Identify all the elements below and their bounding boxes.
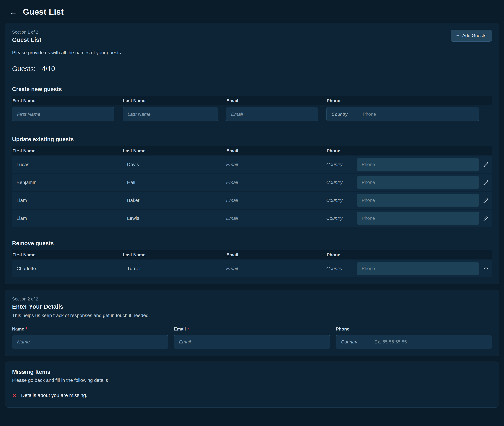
- email-field: Email *: [174, 327, 330, 349]
- guest-phone-field: Country: [326, 174, 480, 191]
- guest-row-removed: Charlotte Turner Email Country: [12, 260, 492, 277]
- edit-guest-button[interactable]: [482, 178, 490, 186]
- name-label: Name: [12, 327, 24, 332]
- column-header-first-name: First Name: [12, 148, 123, 154]
- guest-row: Lucas Davis Email Country: [12, 156, 492, 173]
- guest-last-name: Hall: [123, 180, 226, 185]
- section-counter: Section 2 of 2: [12, 297, 492, 301]
- add-guests-label: Add Guests: [462, 33, 486, 38]
- column-header-email: Email: [226, 98, 326, 103]
- create-guests-title: Create new guests: [12, 86, 492, 92]
- top-bar: ← Guest List: [0, 0, 504, 23]
- pencil-icon: [483, 162, 489, 167]
- error-x-icon: ✕: [12, 393, 17, 398]
- section-description: Please provide us with all the names of …: [12, 50, 492, 56]
- remove-guests-title: Remove guests: [12, 240, 492, 247]
- section-counter: Section 1 of 2: [12, 30, 41, 35]
- page-title: Guest List: [23, 7, 64, 16]
- pencil-icon: [483, 216, 489, 221]
- column-header-first-name: First Name: [12, 252, 123, 257]
- guest-first-name: Lucas: [12, 162, 123, 167]
- guest-list-card: Section 1 of 2 Guest List + Add Guests P…: [5, 23, 499, 284]
- country-select[interactable]: Country: [336, 335, 370, 349]
- missing-item: ✕ Details about you are missing.: [12, 393, 492, 401]
- column-header-phone: Phone: [326, 98, 480, 103]
- new-phone-input[interactable]: [363, 107, 479, 121]
- guest-email-placeholder: Email: [226, 180, 326, 185]
- undo-icon: [483, 266, 489, 271]
- guest-phone-input[interactable]: [357, 176, 479, 189]
- guest-last-name: Davis: [123, 162, 226, 167]
- section-title: Guest List: [12, 36, 41, 43]
- remove-table-header: First Name Last Name Email Phone: [12, 250, 492, 259]
- guest-phone-field: Country: [326, 260, 480, 277]
- restore-guest-button[interactable]: [482, 265, 490, 272]
- pencil-icon: [483, 180, 489, 185]
- new-phone-field: Country: [326, 107, 479, 121]
- email-input[interactable]: [174, 335, 330, 349]
- guest-row: Benjamin Hall Email Country: [12, 174, 492, 191]
- create-guest-row: Country: [12, 107, 492, 123]
- edit-guest-button[interactable]: [482, 197, 490, 204]
- guest-phone-field: Country: [326, 156, 480, 173]
- pencil-icon: [483, 198, 489, 203]
- guest-phone-input[interactable]: [357, 262, 479, 275]
- guest-email-placeholder: Email: [226, 216, 326, 221]
- guest-phone-field: Country: [326, 192, 480, 209]
- column-header-phone: Phone: [326, 148, 480, 154]
- guest-phone-input[interactable]: [357, 194, 479, 207]
- column-header-phone: Phone: [326, 252, 480, 257]
- guest-phone-input[interactable]: [357, 212, 479, 225]
- new-country-select[interactable]: Country: [327, 112, 363, 117]
- column-header-first-name: First Name: [12, 98, 123, 103]
- missing-items-card: Missing Items Please go back and fill in…: [5, 362, 499, 408]
- edit-guest-button[interactable]: [482, 161, 490, 169]
- guest-first-name: Charlotte: [12, 266, 123, 271]
- guest-last-name: Lewis: [123, 216, 226, 221]
- column-header-email: Email: [226, 148, 326, 154]
- missing-items-title: Missing Items: [12, 369, 492, 375]
- required-asterisk: *: [26, 327, 27, 332]
- create-table-header: First Name Last Name Email Phone: [12, 96, 492, 105]
- country-select[interactable]: Country: [326, 180, 357, 185]
- phone-input[interactable]: [370, 335, 492, 349]
- country-select[interactable]: Country: [326, 216, 357, 221]
- guest-row: Liam Lewis Email Country: [12, 210, 492, 227]
- guest-phone-field: Country: [326, 210, 480, 227]
- country-select[interactable]: Country: [326, 266, 357, 271]
- back-arrow-icon: ←: [10, 8, 17, 16]
- new-last-name-input[interactable]: [123, 107, 218, 121]
- guest-row: Liam Baker Email Country: [12, 192, 492, 209]
- back-button[interactable]: ←: [10, 8, 17, 16]
- column-header-email: Email: [226, 252, 326, 257]
- column-header-last-name: Last Name: [123, 98, 226, 103]
- phone-label: Phone: [336, 327, 349, 332]
- guest-email-placeholder: Email: [226, 266, 326, 271]
- required-asterisk: *: [187, 327, 189, 332]
- edit-guest-button[interactable]: [482, 214, 490, 222]
- missing-item-text: Details about you are missing.: [21, 393, 87, 398]
- update-table-header: First Name Last Name Email Phone: [12, 146, 492, 155]
- guest-counter-value: 4/10: [42, 65, 55, 73]
- phone-field: Phone Country: [336, 327, 492, 349]
- column-header-last-name: Last Name: [123, 252, 226, 257]
- guest-phone-input[interactable]: [357, 158, 479, 171]
- section-heading: Section 1 of 2 Guest List: [12, 30, 41, 43]
- country-select[interactable]: Country: [326, 198, 357, 203]
- guest-counter: Guests: 4/10: [12, 65, 492, 73]
- section-title: Enter Your Details: [12, 303, 492, 310]
- guest-last-name: Baker: [123, 198, 226, 203]
- new-first-name-input[interactable]: [12, 107, 114, 121]
- new-email-input[interactable]: [226, 107, 318, 121]
- guest-counter-label: Guests:: [12, 65, 36, 73]
- plus-icon: +: [456, 33, 460, 38]
- guest-last-name: Turner: [123, 266, 226, 271]
- email-label: Email: [174, 327, 186, 332]
- country-select[interactable]: Country: [326, 162, 357, 167]
- guest-first-name: Liam: [12, 198, 123, 203]
- update-guests-title: Update existing guests: [12, 136, 492, 142]
- guest-first-name: Benjamin: [12, 180, 123, 185]
- name-input[interactable]: [12, 335, 168, 349]
- add-guests-button[interactable]: + Add Guests: [451, 30, 492, 42]
- your-details-card: Section 2 of 2 Enter Your Details This h…: [5, 290, 499, 356]
